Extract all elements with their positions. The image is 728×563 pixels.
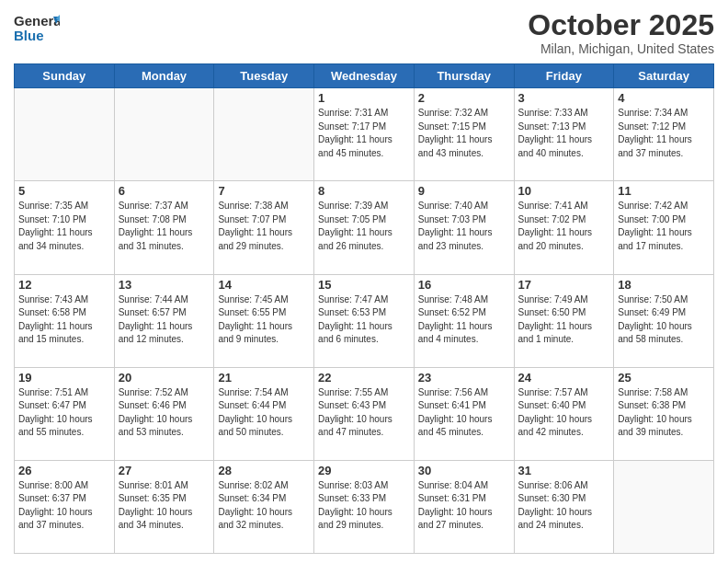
- col-friday: Friday: [514, 64, 614, 88]
- day-number: 5: [18, 184, 110, 198]
- day-number: 12: [18, 278, 110, 292]
- table-row: [614, 460, 714, 553]
- day-info: Sunrise: 7:44 AMSunset: 6:57 PMDaylight:…: [119, 293, 210, 347]
- table-row: 10Sunrise: 7:41 AMSunset: 7:02 PMDayligh…: [514, 181, 614, 274]
- day-info: Sunrise: 7:38 AMSunset: 7:07 PMDaylight:…: [218, 200, 310, 253]
- day-number: 31: [518, 464, 610, 477]
- day-info: Sunrise: 7:48 AMSunset: 6:52 PMDaylight:…: [418, 293, 510, 347]
- table-row: 1Sunrise: 7:31 AMSunset: 7:17 PMDaylight…: [314, 88, 415, 181]
- day-number: 14: [218, 278, 310, 292]
- day-number: 7: [218, 184, 310, 198]
- table-row: 16Sunrise: 7:48 AMSunset: 6:52 PMDayligh…: [414, 274, 514, 367]
- day-number: 8: [318, 184, 410, 198]
- day-number: 20: [119, 371, 210, 385]
- day-info: Sunrise: 7:45 AMSunset: 6:55 PMDaylight:…: [218, 293, 310, 347]
- table-row: 14Sunrise: 7:45 AMSunset: 6:55 PMDayligh…: [214, 274, 314, 367]
- table-row: 26Sunrise: 8:00 AMSunset: 6:37 PMDayligh…: [15, 460, 115, 553]
- day-number: 29: [318, 464, 410, 477]
- day-number: 18: [618, 278, 710, 292]
- table-row: 23Sunrise: 7:56 AMSunset: 6:41 PMDayligh…: [414, 367, 514, 460]
- month-title: October 2025: [528, 9, 714, 41]
- day-number: 21: [218, 371, 310, 385]
- day-number: 6: [119, 184, 210, 198]
- day-number: 11: [618, 184, 710, 198]
- day-number: 2: [418, 91, 510, 105]
- table-row: 28Sunrise: 8:02 AMSunset: 6:34 PMDayligh…: [214, 460, 314, 553]
- day-info: Sunrise: 8:02 AMSunset: 6:34 PMDaylight:…: [218, 479, 310, 533]
- day-info: Sunrise: 7:42 AMSunset: 7:00 PMDaylight:…: [618, 200, 710, 253]
- table-row: [214, 88, 314, 181]
- day-number: 10: [518, 184, 610, 198]
- day-info: Sunrise: 7:35 AMSunset: 7:10 PMDaylight:…: [18, 200, 110, 253]
- day-info: Sunrise: 7:49 AMSunset: 6:50 PMDaylight:…: [518, 293, 610, 347]
- day-number: 24: [518, 371, 610, 385]
- table-row: 27Sunrise: 8:01 AMSunset: 6:35 PMDayligh…: [114, 460, 214, 553]
- day-info: Sunrise: 7:52 AMSunset: 6:46 PMDaylight:…: [119, 386, 210, 440]
- table-row: 15Sunrise: 7:47 AMSunset: 6:53 PMDayligh…: [314, 274, 415, 367]
- table-row: 31Sunrise: 8:06 AMSunset: 6:30 PMDayligh…: [514, 460, 614, 553]
- calendar-week-row: 1Sunrise: 7:31 AMSunset: 7:17 PMDaylight…: [15, 88, 714, 181]
- day-info: Sunrise: 7:51 AMSunset: 6:47 PMDaylight:…: [18, 386, 110, 440]
- table-row: 3Sunrise: 7:33 AMSunset: 7:13 PMDaylight…: [514, 88, 614, 181]
- table-row: 18Sunrise: 7:50 AMSunset: 6:49 PMDayligh…: [614, 274, 714, 367]
- table-row: 11Sunrise: 7:42 AMSunset: 7:00 PMDayligh…: [614, 181, 714, 274]
- day-number: 3: [518, 91, 610, 105]
- day-info: Sunrise: 8:04 AMSunset: 6:31 PMDaylight:…: [418, 479, 510, 533]
- table-row: 9Sunrise: 7:40 AMSunset: 7:03 PMDaylight…: [414, 181, 514, 274]
- day-number: 17: [518, 278, 610, 292]
- table-row: [114, 88, 214, 181]
- calendar-week-row: 12Sunrise: 7:43 AMSunset: 6:58 PMDayligh…: [15, 274, 714, 367]
- day-number: 26: [18, 464, 110, 477]
- day-info: Sunrise: 7:37 AMSunset: 7:08 PMDaylight:…: [119, 200, 210, 253]
- logo-icon: General Blue: [14, 9, 60, 46]
- day-number: 15: [318, 278, 410, 292]
- day-info: Sunrise: 7:34 AMSunset: 7:12 PMDaylight:…: [618, 107, 710, 160]
- calendar-table: Sunday Monday Tuesday Wednesday Thursday…: [14, 63, 714, 554]
- calendar-header-row: Sunday Monday Tuesday Wednesday Thursday…: [15, 64, 714, 88]
- day-info: Sunrise: 7:31 AMSunset: 7:17 PMDaylight:…: [318, 107, 410, 160]
- day-number: 19: [18, 371, 110, 385]
- table-row: 19Sunrise: 7:51 AMSunset: 6:47 PMDayligh…: [15, 367, 115, 460]
- day-info: Sunrise: 8:00 AMSunset: 6:37 PMDaylight:…: [18, 479, 110, 533]
- table-row: 2Sunrise: 7:32 AMSunset: 7:15 PMDaylight…: [414, 88, 514, 181]
- day-info: Sunrise: 7:40 AMSunset: 7:03 PMDaylight:…: [418, 200, 510, 253]
- table-row: 29Sunrise: 8:03 AMSunset: 6:33 PMDayligh…: [314, 460, 415, 553]
- calendar-week-row: 26Sunrise: 8:00 AMSunset: 6:37 PMDayligh…: [15, 460, 714, 553]
- table-row: 4Sunrise: 7:34 AMSunset: 7:12 PMDaylight…: [614, 88, 714, 181]
- title-area: October 2025 Milan, Michigan, United Sta…: [528, 9, 714, 56]
- table-row: 12Sunrise: 7:43 AMSunset: 6:58 PMDayligh…: [15, 274, 115, 367]
- day-number: 16: [418, 278, 510, 292]
- table-row: 20Sunrise: 7:52 AMSunset: 6:46 PMDayligh…: [114, 367, 214, 460]
- day-info: Sunrise: 7:56 AMSunset: 6:41 PMDaylight:…: [418, 386, 510, 440]
- day-info: Sunrise: 7:50 AMSunset: 6:49 PMDaylight:…: [618, 293, 710, 347]
- table-row: 17Sunrise: 7:49 AMSunset: 6:50 PMDayligh…: [514, 274, 614, 367]
- table-row: 8Sunrise: 7:39 AMSunset: 7:05 PMDaylight…: [314, 181, 415, 274]
- day-info: Sunrise: 7:41 AMSunset: 7:02 PMDaylight:…: [518, 200, 610, 253]
- day-info: Sunrise: 7:47 AMSunset: 6:53 PMDaylight:…: [318, 293, 410, 347]
- svg-text:General: General: [14, 13, 60, 29]
- day-number: 4: [618, 91, 710, 105]
- day-info: Sunrise: 8:06 AMSunset: 6:30 PMDaylight:…: [518, 479, 610, 533]
- day-number: 1: [318, 91, 410, 105]
- day-number: 9: [418, 184, 510, 198]
- table-row: 6Sunrise: 7:37 AMSunset: 7:08 PMDaylight…: [114, 181, 214, 274]
- calendar-week-row: 19Sunrise: 7:51 AMSunset: 6:47 PMDayligh…: [15, 367, 714, 460]
- day-info: Sunrise: 7:58 AMSunset: 6:38 PMDaylight:…: [618, 386, 710, 440]
- day-number: 28: [218, 464, 310, 477]
- col-thursday: Thursday: [414, 64, 514, 88]
- col-tuesday: Tuesday: [214, 64, 314, 88]
- table-row: 22Sunrise: 7:55 AMSunset: 6:43 PMDayligh…: [314, 367, 415, 460]
- day-info: Sunrise: 7:55 AMSunset: 6:43 PMDaylight:…: [318, 386, 410, 440]
- logo: General Blue: [14, 9, 62, 46]
- col-wednesday: Wednesday: [314, 64, 415, 88]
- day-number: 23: [418, 371, 510, 385]
- table-row: 13Sunrise: 7:44 AMSunset: 6:57 PMDayligh…: [114, 274, 214, 367]
- day-number: 13: [119, 278, 210, 292]
- location: Milan, Michigan, United States: [528, 41, 714, 56]
- calendar-week-row: 5Sunrise: 7:35 AMSunset: 7:10 PMDaylight…: [15, 181, 714, 274]
- table-row: [15, 88, 115, 181]
- table-row: 25Sunrise: 7:58 AMSunset: 6:38 PMDayligh…: [614, 367, 714, 460]
- day-number: 22: [318, 371, 410, 385]
- day-number: 27: [119, 464, 210, 477]
- day-info: Sunrise: 8:01 AMSunset: 6:35 PMDaylight:…: [119, 479, 210, 533]
